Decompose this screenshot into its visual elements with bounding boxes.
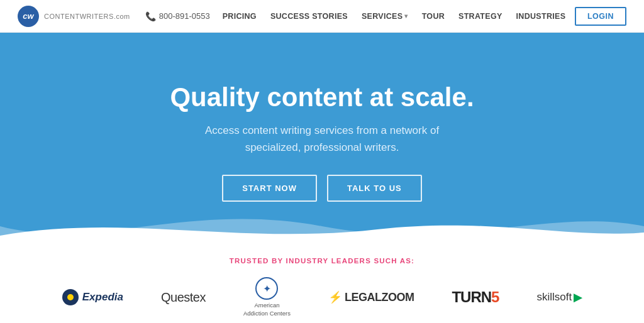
phone-number[interactable]: 📞 800-891-0553 <box>145 11 210 21</box>
legalzoom-logo: ⚡ LEGALZOOM <box>328 290 414 304</box>
legalzoom-text: LEGALZOOM <box>345 291 414 304</box>
skillsoft-arrow-icon: ▶ <box>574 291 582 304</box>
talk-to-us-button[interactable]: TALK TO US <box>327 175 422 202</box>
expedia-logo: Expedia <box>62 289 123 305</box>
aac-icon: ✦ <box>255 277 278 300</box>
questex-text: Questex <box>161 290 206 305</box>
login-button[interactable]: LOGIN <box>575 7 626 26</box>
expedia-icon <box>62 289 79 305</box>
start-now-button[interactable]: START NOW <box>222 175 317 202</box>
chevron-down-icon: ▾ <box>404 13 408 19</box>
hero-section: Quality content at scale. Access content… <box>0 33 644 251</box>
hero-wave <box>0 201 644 251</box>
nav-pricing[interactable]: PRICING <box>223 12 257 21</box>
hero-buttons: START NOW TALK TO US <box>170 175 474 202</box>
expedia-text: Expedia <box>82 291 123 304</box>
nav-services[interactable]: SERVICES ▾ <box>362 12 408 21</box>
aac-logo: ✦ AmericanAddiction Centers <box>243 277 291 317</box>
nav-industries[interactable]: INDUSTRIES <box>516 12 566 21</box>
nav-strategy[interactable]: STRATEGY <box>458 12 502 21</box>
aac-text: AmericanAddiction Centers <box>243 302 291 317</box>
hero-title: Quality content at scale. <box>170 82 474 112</box>
phone-icon: 📞 <box>145 11 156 21</box>
turn5-text: TURN5 <box>452 288 499 306</box>
hero-content: Quality content at scale. Access content… <box>157 82 486 202</box>
hero-subtitle: Access content writing services from a n… <box>190 123 454 156</box>
legalzoom-icon: ⚡ <box>328 290 342 304</box>
logo[interactable]: cw CONTENTWRITERS.com <box>18 6 130 27</box>
navigation: cw CONTENTWRITERS.com 📞 800-891-0553 PRI… <box>0 0 644 33</box>
trusted-label: TRUSTED BY INDUSTRY LEADERS SUCH AS: <box>230 257 414 265</box>
skillsoft-text: skillsoft <box>536 291 572 304</box>
partner-logos: Expedia Questex ✦ AmericanAddiction Cent… <box>62 277 582 317</box>
nav-success-stories[interactable]: SUCCESS STORIES <box>270 12 348 21</box>
logo-text: CONTENTWRITERS.com <box>44 11 130 21</box>
skillsoft-logo: skillsoft▶ <box>536 291 582 304</box>
nav-links: PRICING SUCCESS STORIES SERVICES ▾ TOUR … <box>223 12 575 21</box>
trusted-label-row: TRUSTED BY INDUSTRY LEADERS SUCH AS: <box>221 257 423 265</box>
questex-logo: Questex <box>161 290 206 305</box>
turn5-logo: TURN5 <box>452 288 499 306</box>
nav-tour[interactable]: TOUR <box>422 12 445 21</box>
logo-icon: cw <box>18 6 39 27</box>
trusted-section: TRUSTED BY INDUSTRY LEADERS SUCH AS: Exp… <box>0 251 644 323</box>
